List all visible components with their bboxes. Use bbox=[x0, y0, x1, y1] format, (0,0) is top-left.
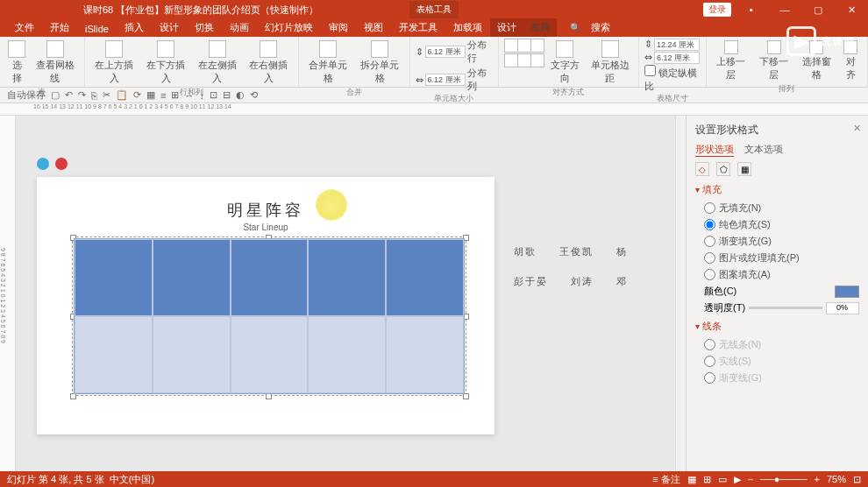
row-height-input[interactable]: 6.12 厘米 bbox=[425, 46, 466, 58]
table-row[interactable] bbox=[75, 316, 464, 393]
qat-icon[interactable]: ⟳ bbox=[133, 89, 141, 101]
qat-icon[interactable]: ↶ bbox=[65, 89, 73, 101]
view-reading-icon[interactable]: ▭ bbox=[718, 474, 727, 485]
names-text[interactable]: 胡歌王俊凯杨 彭于晏刘涛邓 bbox=[514, 236, 651, 296]
transparency-slider[interactable] bbox=[749, 307, 822, 309]
view-slideshow-icon[interactable]: ▶ bbox=[734, 474, 741, 485]
col-width-input[interactable]: 6.12 厘米 bbox=[425, 74, 466, 86]
table-height-input[interactable]: 12.24 厘米 bbox=[654, 39, 700, 51]
vertical-ruler[interactable]: 9 8 7 6 5 4 3 2 1 0 1 2 3 4 5 6 7 8 9 bbox=[0, 116, 16, 471]
zoom-level[interactable]: 75% bbox=[827, 474, 846, 484]
tab-review[interactable]: 审阅 bbox=[321, 18, 356, 37]
selection-pane-button[interactable]: 选择窗格 bbox=[797, 39, 836, 83]
transparency-input[interactable]: 0% bbox=[826, 302, 859, 314]
tab-design[interactable]: 设计 bbox=[152, 18, 187, 37]
zoom-in-icon[interactable]: + bbox=[815, 474, 820, 484]
fill-line-icon[interactable]: ◇ bbox=[695, 162, 709, 176]
qat-icon[interactable]: ▦ bbox=[146, 89, 155, 101]
view-normal-icon[interactable]: ▦ bbox=[687, 474, 696, 485]
qat-icon[interactable]: ↔ bbox=[184, 90, 194, 101]
qat-icon[interactable]: ⊟ bbox=[223, 89, 231, 101]
slide-title[interactable]: 明星阵容 bbox=[37, 200, 494, 221]
tab-view[interactable]: 视图 bbox=[356, 18, 391, 37]
fill-section[interactable]: ▾ 填充 bbox=[695, 183, 859, 196]
tab-file[interactable]: 文件 bbox=[7, 18, 42, 37]
tab-animations[interactable]: 动画 bbox=[222, 18, 257, 37]
insert-right-button[interactable]: 在右侧插入 bbox=[245, 39, 293, 87]
tab-insert[interactable]: 插入 bbox=[117, 18, 152, 37]
slide-subtitle[interactable]: Star Lineup bbox=[37, 222, 494, 232]
solid-line-radio[interactable] bbox=[704, 356, 715, 367]
distribute-cols[interactable]: 分布列 bbox=[467, 67, 493, 93]
slide-counter[interactable]: 幻灯片 第 4 张, 共 5 张 bbox=[7, 474, 104, 484]
ribbon-options-icon[interactable]: ▪ bbox=[738, 0, 765, 19]
gradient-fill-radio[interactable] bbox=[704, 236, 715, 247]
table-width-input[interactable]: 6.12 厘米 bbox=[654, 52, 700, 64]
notes-button[interactable]: ≡ 备注 bbox=[652, 473, 679, 486]
qat-icon[interactable]: ↕ bbox=[199, 90, 204, 101]
resize-handle[interactable] bbox=[266, 393, 272, 399]
merge-cells-button[interactable]: 合并单元格 bbox=[304, 39, 352, 87]
search-box[interactable]: 🔍 搜索 bbox=[562, 18, 626, 37]
slide-canvas[interactable]: 明星阵容 Star Lineup 胡歌王俊凯杨 彭于晏刘涛邓 bbox=[16, 116, 675, 471]
qat-icon[interactable]: ⎘ bbox=[91, 90, 97, 101]
panel-close-icon[interactable]: ✕ bbox=[853, 123, 861, 134]
view-sorter-icon[interactable]: ⊞ bbox=[703, 474, 711, 485]
table-row[interactable] bbox=[75, 239, 464, 316]
maximize-icon[interactable]: ▢ bbox=[805, 0, 831, 19]
minimize-icon[interactable]: — bbox=[772, 0, 798, 19]
close-icon[interactable]: ✕ bbox=[838, 0, 864, 19]
autosave-toggle[interactable]: 自动保存 bbox=[7, 88, 46, 102]
no-fill-radio[interactable] bbox=[704, 202, 715, 214]
tab-addins[interactable]: 加载项 bbox=[445, 18, 490, 37]
insert-above-button[interactable]: 在上方插入 bbox=[90, 39, 139, 87]
tab-shape-options[interactable]: 形状选项 bbox=[695, 143, 734, 157]
qat-icon[interactable]: 📋 bbox=[116, 89, 128, 101]
insert-below-button[interactable]: 在下方插入 bbox=[142, 39, 190, 87]
send-backward-button[interactable]: 下移一层 bbox=[754, 39, 793, 83]
tab-home[interactable]: 开始 bbox=[42, 18, 77, 37]
resize-handle[interactable] bbox=[463, 393, 469, 399]
solid-fill-radio[interactable] bbox=[704, 219, 715, 230]
fill-color-picker[interactable] bbox=[835, 286, 859, 298]
language-indicator[interactable]: 中文(中国) bbox=[110, 474, 154, 484]
slide[interactable]: 明星阵容 Star Lineup bbox=[37, 177, 494, 434]
tab-slideshow[interactable]: 幻灯片放映 bbox=[257, 18, 321, 37]
qat-icon[interactable]: ⊡ bbox=[210, 89, 217, 101]
align-button[interactable]: 对齐 bbox=[840, 39, 862, 83]
cell-margins-button[interactable]: 单元格边距 bbox=[587, 39, 633, 87]
line-section[interactable]: ▾ 线条 bbox=[695, 320, 859, 333]
tab-table-design[interactable]: 设计 bbox=[490, 18, 523, 37]
qat-icon[interactable]: ▢ bbox=[51, 89, 60, 101]
distribute-rows[interactable]: 分布行 bbox=[467, 39, 493, 65]
picture-fill-radio[interactable] bbox=[704, 252, 715, 264]
qat-icon[interactable]: ⊞ bbox=[171, 89, 179, 101]
qat-icon[interactable]: ◐ bbox=[236, 89, 245, 101]
horizontal-ruler[interactable]: 16 15 14 13 12 11 10 9 8 7 6 5 4 3 2 1 0… bbox=[0, 103, 868, 116]
align-grid[interactable] bbox=[504, 39, 543, 67]
lock-aspect-checkbox[interactable] bbox=[644, 65, 656, 76]
no-line-radio[interactable] bbox=[704, 339, 715, 350]
text-direction-button[interactable]: 文字方向 bbox=[546, 39, 584, 87]
login-button[interactable]: 登录 bbox=[703, 3, 731, 17]
effects-icon[interactable]: ⬠ bbox=[716, 162, 730, 176]
table[interactable] bbox=[74, 238, 465, 394]
pattern-fill-radio[interactable] bbox=[704, 269, 715, 280]
qat-icon[interactable]: ⟲ bbox=[250, 89, 258, 101]
bring-forward-button[interactable]: 上移一层 bbox=[712, 39, 751, 83]
qat-icon[interactable]: ≡ bbox=[160, 90, 166, 101]
tab-text-options[interactable]: 文本选项 bbox=[744, 143, 783, 157]
resize-handle[interactable] bbox=[70, 393, 76, 399]
insert-left-button[interactable]: 在左侧插入 bbox=[193, 39, 241, 87]
tab-transitions[interactable]: 切换 bbox=[187, 18, 222, 37]
qat-icon[interactable]: ✂ bbox=[103, 89, 110, 101]
gradient-line-radio[interactable] bbox=[704, 372, 715, 384]
size-icon[interactable]: ▦ bbox=[737, 162, 751, 176]
tab-islide[interactable]: iSlide bbox=[77, 21, 117, 37]
tab-developer[interactable]: 开发工具 bbox=[391, 18, 445, 37]
gridlines-button[interactable]: 查看网格线 bbox=[32, 39, 79, 87]
zoom-slider[interactable]: ──●──── bbox=[760, 474, 807, 484]
split-cells-button[interactable]: 拆分单元格 bbox=[356, 39, 404, 87]
qat-icon[interactable]: ↷ bbox=[78, 89, 86, 101]
zoom-out-icon[interactable]: − bbox=[748, 474, 753, 484]
